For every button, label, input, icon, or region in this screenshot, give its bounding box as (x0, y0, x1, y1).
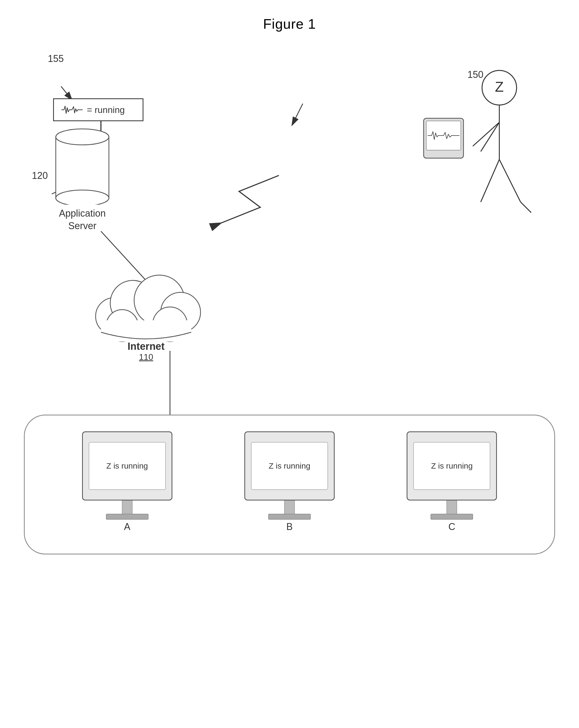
computer-a-label: A (124, 521, 130, 532)
computer-a-text: Z is running (106, 461, 148, 470)
internet-number: 110 (80, 352, 213, 362)
monitor-a: Z is running (82, 432, 172, 500)
svg-line-5 (61, 86, 72, 100)
stand-a (122, 500, 133, 514)
label-155: 155 (48, 53, 64, 64)
legend-box: = running (53, 98, 143, 121)
computer-a: Z is running A (82, 432, 172, 532)
svg-point-10 (56, 190, 109, 205)
base-b (268, 514, 311, 520)
computer-c-label: C (448, 521, 455, 532)
waveform-icon (61, 104, 83, 115)
base-a (106, 514, 148, 520)
computers-group: Z is running A Z is running B Z is runni… (24, 415, 555, 554)
computer-c-text: Z is running (431, 461, 473, 470)
monitor-screen-c: Z is running (413, 442, 490, 490)
computer-b: Z is running B (244, 432, 335, 532)
stand-c (446, 500, 457, 514)
cloud-icon (80, 268, 213, 348)
svg-point-9 (56, 129, 109, 145)
svg-line-7 (292, 104, 303, 125)
application-server: ApplicationServer (53, 122, 112, 232)
stand-b (284, 500, 295, 514)
monitor-screen-b: Z is running (251, 442, 328, 490)
diagram-container: 155 = running ApplicationServer 120 (0, 37, 579, 728)
server-label: ApplicationServer (59, 207, 106, 232)
monitor-c: Z is running (407, 432, 497, 500)
svg-line-23 (481, 159, 499, 202)
figure-title: Figure 1 (0, 0, 579, 32)
computer-b-label: B (286, 521, 293, 532)
internet-cloud: Internet 110 (80, 268, 213, 362)
mobile-device-svg (422, 117, 465, 159)
computer-b-text: Z is running (269, 461, 310, 470)
svg-text:Z: Z (495, 79, 504, 95)
label-120: 120 (32, 170, 48, 181)
monitor-b: Z is running (244, 432, 335, 500)
mobile-device (422, 117, 465, 160)
svg-rect-8 (56, 137, 109, 198)
svg-line-24 (499, 159, 521, 202)
computer-c: Z is running C (407, 432, 497, 532)
legend-label: = running (87, 105, 125, 115)
base-c (431, 514, 473, 520)
monitor-screen-a: Z is running (89, 442, 166, 490)
server-cylinder-icon (53, 122, 112, 205)
svg-line-25 (521, 202, 531, 213)
